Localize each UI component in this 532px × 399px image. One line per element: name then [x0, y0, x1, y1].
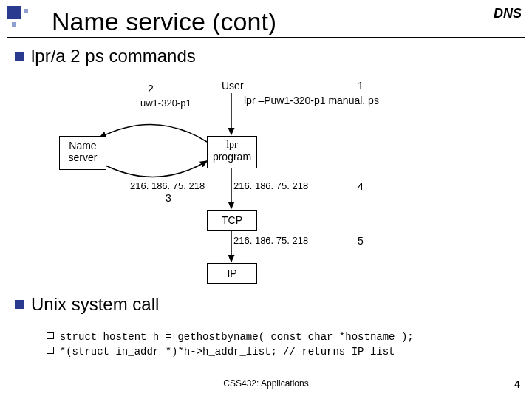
- diagram-step-3: 3: [166, 192, 171, 204]
- lpr-label-bottom: program: [213, 151, 251, 163]
- bullet-icon: [15, 52, 24, 61]
- diagram-ip-3: 216. 186. 75. 218: [130, 180, 205, 191]
- lpr-program-box: lpr program: [207, 136, 257, 168]
- lpr-label-top: lpr: [226, 139, 238, 150]
- diagram-user-label: User: [222, 80, 244, 92]
- diagram-step-4: 4: [358, 180, 364, 192]
- diagram-step-5: 5: [358, 235, 364, 247]
- ip-label: IP: [227, 267, 236, 279]
- diagram-ip-5: 216. 186. 75. 218: [233, 235, 308, 246]
- dns-label: DNS: [494, 6, 522, 21]
- ip-box: IP: [207, 263, 257, 284]
- diagram-hostname: uw1-320-p1: [140, 98, 191, 109]
- tcp-label: TCP: [222, 214, 242, 226]
- bullet-icon: [15, 300, 24, 309]
- tcp-box: TCP: [207, 210, 257, 231]
- diagram-ip-4: 216. 186. 75. 218: [233, 180, 308, 191]
- name-server-box: Name server: [59, 136, 106, 170]
- sub-bullet-icon: [47, 347, 54, 354]
- diagram-step-1: 1: [358, 80, 364, 92]
- bullet-lpr-commands: lpr/a 2 ps commands: [15, 46, 196, 66]
- corner-decoration: [7, 6, 37, 35]
- diagram-command: lpr –Puw1-320-p1 manual. ps: [244, 95, 379, 106]
- footer-course: CSS432: Applications: [0, 378, 532, 389]
- bullet-text: lpr/a 2 ps commands: [31, 46, 196, 66]
- name-server-label: Name server: [69, 140, 98, 163]
- bullet-unix-syscall: Unix system call: [15, 294, 159, 315]
- page-title: Name service (cont): [52, 7, 276, 36]
- code-line-2: *(struct in_addr *)*h->h_addr_list; // r…: [34, 334, 395, 358]
- footer-page-number: 4: [514, 378, 520, 390]
- code-text: *(struct in_addr *)*h->h_addr_list; // r…: [60, 346, 395, 358]
- bullet-text: Unix system call: [31, 294, 159, 314]
- diagram: User 1 2 uw1-320-p1 lpr –Puw1-320-p1 man…: [59, 74, 473, 288]
- title-rule: [7, 37, 525, 38]
- diagram-step-2: 2: [148, 83, 154, 95]
